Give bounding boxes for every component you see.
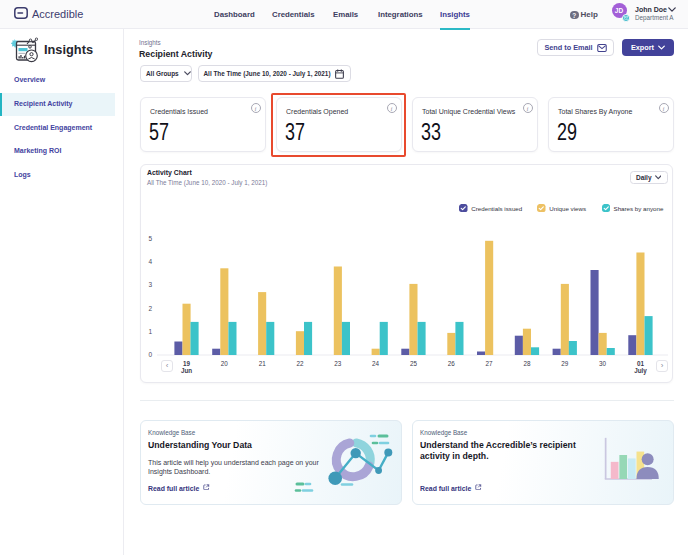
svg-text:21: 21 [258, 360, 266, 367]
svg-text:26: 26 [447, 360, 455, 367]
svg-text:29: 29 [561, 360, 569, 367]
svg-text:30: 30 [599, 360, 607, 367]
svg-text:1: 1 [148, 328, 152, 335]
svg-text:4: 4 [148, 258, 152, 265]
svg-text:20: 20 [220, 360, 228, 367]
svg-text:27: 27 [485, 360, 493, 367]
svg-text:0: 0 [148, 351, 152, 358]
svg-text:24: 24 [372, 360, 380, 367]
svg-text:Jun: Jun [180, 367, 191, 374]
svg-text:5: 5 [148, 235, 152, 242]
svg-text:23: 23 [334, 360, 342, 367]
svg-text:25: 25 [409, 360, 417, 367]
svg-text:3: 3 [148, 281, 152, 288]
svg-text:01: 01 [636, 360, 644, 367]
svg-text:July: July [634, 367, 647, 375]
svg-text:19: 19 [182, 360, 190, 367]
svg-text:2: 2 [148, 305, 152, 312]
svg-text:22: 22 [296, 360, 304, 367]
svg-text:28: 28 [523, 360, 531, 367]
